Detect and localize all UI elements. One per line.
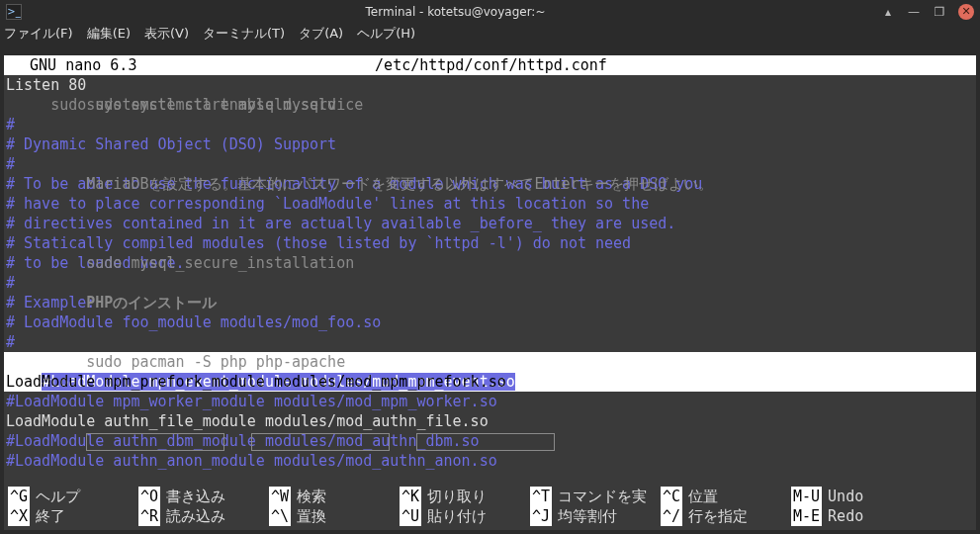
- help-cell: ^/行を指定: [661, 506, 791, 526]
- help-cell: ^U貼り付け: [400, 506, 530, 526]
- ghost-box-icon: [416, 433, 555, 451]
- help-cell: ^R読み込み: [138, 506, 269, 526]
- help-key[interactable]: ^G: [8, 487, 30, 506]
- comment-line: # have to place corresponding `LoadModul…: [4, 194, 976, 214]
- comment-line: #: [4, 115, 976, 134]
- nano-title-bar: GNU nano 6.3 /etc/httpd/conf/httpd.conf: [4, 55, 976, 75]
- comment-line: MariaDBを設定する。基本的にパスワードを変更する以外はすべてEnterキー…: [4, 154, 976, 174]
- menu-help[interactable]: ヘルプ(H): [357, 24, 415, 44]
- window-up-button[interactable]: ▴: [881, 5, 895, 19]
- ghost-box-icon: [86, 433, 224, 451]
- window-close-button[interactable]: ✕: [958, 4, 974, 20]
- terminal-icon: >_: [6, 4, 22, 20]
- help-key[interactable]: ^X: [8, 506, 30, 526]
- help-key[interactable]: ^/: [661, 506, 682, 526]
- menu-file[interactable]: ファイル(F): [4, 24, 73, 44]
- editor-line: sudo systemctl enable mysqld Listen 80: [4, 75, 976, 95]
- comment-line: #LoadModule mpm_worker_module modules/mo…: [4, 392, 976, 411]
- menu-terminal[interactable]: ターミナル(T): [203, 24, 285, 44]
- help-key[interactable]: M-E: [791, 506, 822, 526]
- comment-line: # Dynamic Shared Object (DSO) Support: [4, 134, 976, 154]
- editor-line: LoadModule authn_file_module modules/mod…: [4, 411, 976, 431]
- help-cell: ^K切り取り: [400, 487, 530, 506]
- comment-line: # directives contained in it are actuall…: [4, 214, 976, 233]
- nano-file-path: /etc/httpd/conf/httpd.conf: [134, 55, 847, 75]
- help-key[interactable]: ^K: [400, 487, 421, 506]
- help-key[interactable]: ^R: [138, 506, 160, 526]
- help-key[interactable]: ^J: [530, 506, 552, 526]
- help-key[interactable]: ^T: [530, 487, 552, 506]
- editor-line: LoadModule mpm_prefork_module modules/mo…: [4, 372, 976, 392]
- nano-status-right: [847, 55, 976, 75]
- menu-bar: ファイル(F) 編集(E) 表示(V) ターミナル(T) タブ(A) ヘルプ(H…: [0, 24, 980, 44]
- help-cell: ^C位置: [661, 487, 791, 506]
- window-maximize-button[interactable]: ❐: [933, 5, 946, 19]
- comment-line: # LoadModule foo_module modules/mod_foo.…: [4, 312, 976, 332]
- help-cell: M-ERedo: [791, 506, 922, 526]
- help-key[interactable]: ^U: [400, 506, 421, 526]
- help-cell: ^Gヘルプ: [8, 487, 138, 506]
- menu-edit[interactable]: 編集(E): [87, 24, 131, 44]
- help-key[interactable]: ^O: [138, 487, 160, 506]
- nano-app-label: GNU nano 6.3: [6, 55, 134, 75]
- comment-line: PHPのインストール #: [4, 273, 976, 293]
- listen-directive: Listen 80: [6, 75, 86, 95]
- window-minimize-button[interactable]: —: [907, 5, 921, 19]
- window-title: Terminal - kotetsu@voyager:~: [30, 2, 881, 22]
- nano-help-bar: ^Gヘルプ ^O書き込み ^W検索 ^K切り取り ^Tコマンドを実 ^C位置 M…: [8, 487, 972, 526]
- ghost-box-icon: [251, 433, 390, 451]
- help-key[interactable]: ^\: [269, 506, 291, 526]
- help-cell: ^O書き込み: [138, 487, 269, 506]
- help-cell: ^\置換: [269, 506, 400, 526]
- help-cell: M-UUndo: [791, 487, 922, 506]
- terminal-viewport[interactable]: GNU nano 6.3 /etc/httpd/conf/httpd.conf …: [4, 55, 976, 530]
- help-key[interactable]: ^C: [661, 487, 682, 506]
- menu-tabs[interactable]: タブ(A): [299, 24, 343, 44]
- help-cell: ^J均等割付: [530, 506, 661, 526]
- menu-view[interactable]: 表示(V): [144, 24, 189, 44]
- comment-line: sudo pacman -S php php-apache #: [4, 332, 976, 352]
- help-cell: ^Tコマンドを実: [530, 487, 661, 506]
- help-cell: ^X終了: [8, 506, 138, 526]
- comment-line: #LoadModule authn_anon_module modules/mo…: [4, 451, 976, 471]
- help-cell: ^W検索: [269, 487, 400, 506]
- window-titlebar: >_ Terminal - kotetsu@voyager:~ ▴ — ❐ ✕: [0, 0, 980, 24]
- help-key[interactable]: M-U: [791, 487, 822, 506]
- comment-line: sudo mysql_secure_installation # Statica…: [4, 233, 976, 253]
- help-key[interactable]: ^W: [269, 487, 291, 506]
